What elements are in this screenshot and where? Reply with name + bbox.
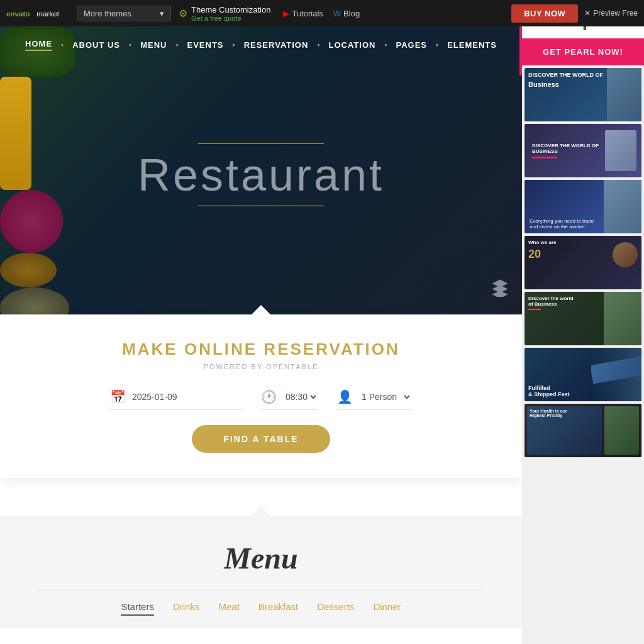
nav-home[interactable]: HOME xyxy=(25,39,52,51)
svg-text:market: market xyxy=(36,9,59,18)
nav-pages[interactable]: PAGES xyxy=(396,40,427,50)
theme-4-logo xyxy=(613,242,638,267)
date-input[interactable] xyxy=(132,392,242,402)
blog-link[interactable]: W Blog xyxy=(333,9,360,18)
youtube-icon: ▶ xyxy=(283,9,289,18)
theme-card-1[interactable]: DISCOVER THE WORLD OF Business xyxy=(525,68,641,121)
nav-diamond-7: ♦ xyxy=(436,42,438,48)
menu-tab-breakfast[interactable]: Breakfast xyxy=(258,601,298,616)
menu-tab-dinner[interactable]: Dinner xyxy=(373,601,401,616)
theme-7-content: Your Health is ourHighest Priority xyxy=(525,404,641,457)
reservation-subtitle: POWERED BY OPENTABLE xyxy=(38,363,484,370)
guests-select[interactable]: 1 Person 2 Persons 3 Persons 4 Persons xyxy=(359,391,412,402)
theme-card-7[interactable]: Your Health is ourHighest Priority xyxy=(525,404,641,457)
theme-3-image xyxy=(604,180,641,233)
right-sidebar: pearl GET PEARL NOW! DISCOVER THE WORLD … xyxy=(522,0,644,644)
layers-icon[interactable] xyxy=(491,278,509,297)
theme-3-text: Everything you need to tradeand invest o… xyxy=(530,218,594,230)
nav-reservation[interactable]: RESERVATION xyxy=(244,40,309,50)
clock-icon: 🕐 xyxy=(261,389,277,404)
person-icon: 👤 xyxy=(337,389,353,404)
tutorials-link[interactable]: ▶ Tutorials xyxy=(283,9,323,18)
nav-diamond-5: ♦ xyxy=(317,42,319,48)
main-nav: HOME ♦ ABOUT US ♦ MENU ♦ EVENTS ♦ RESERV… xyxy=(0,26,522,64)
menu-tab-drinks[interactable]: Drinks xyxy=(173,601,200,616)
theme-customization[interactable]: ⚙ Theme Customization Get a free quote xyxy=(179,5,270,22)
menu-section: Menu Starters Drinks Meat Breakfast Dess… xyxy=(0,516,522,628)
menu-tab-desserts[interactable]: Desserts xyxy=(317,601,354,616)
time-field-group: 🕐 08:30 09:00 12:00 18:00 20:00 xyxy=(261,389,318,410)
nav-menu[interactable]: MENU xyxy=(140,40,167,50)
nav-about[interactable]: ABOUT US xyxy=(72,40,120,50)
calendar-icon: 📅 xyxy=(110,389,126,404)
more-themes-dropdown[interactable]: More themes ▾ xyxy=(77,6,171,21)
theme-5-text: Discover the worldof Business xyxy=(528,296,574,310)
svg-text:envato: envato xyxy=(6,9,30,18)
top-bar-links: ▶ Tutorials W Blog xyxy=(283,9,360,18)
get-pearl-button[interactable]: GET PEARL NOW! xyxy=(522,38,644,65)
nav-location[interactable]: LOCATION xyxy=(328,40,375,50)
hero-section: HOME ♦ ABOUT US ♦ MENU ♦ EVENTS ♦ RESERV… xyxy=(0,26,522,316)
nav-diamond-4: ♦ xyxy=(233,42,235,48)
theme-5-image xyxy=(604,292,641,345)
theme-card-5[interactable]: Discover the worldof Business xyxy=(525,292,641,345)
reservation-title: MAKE ONLINE RESERVATION xyxy=(38,340,484,359)
food-overlay xyxy=(0,26,522,316)
top-bar: envato market More themes ▾ ⚙ Theme Cust… xyxy=(0,0,644,26)
gear-icon: ⚙ xyxy=(179,8,187,19)
nav-diamond-2: ♦ xyxy=(129,42,131,48)
dropdown-chevron-icon: ▾ xyxy=(160,9,164,18)
onion-decoration xyxy=(0,190,63,253)
theme-card-6[interactable]: Fulfilled& Shipped Fast xyxy=(525,348,641,401)
reservation-form: 📅 🕐 08:30 09:00 12:00 18:00 20:00 👤 1 Pe… xyxy=(38,389,484,410)
menu-tab-meat[interactable]: Meat xyxy=(218,601,239,616)
theme-6-image xyxy=(591,348,641,401)
nav-diamond-3: ♦ xyxy=(175,42,178,48)
theme-7-image xyxy=(604,406,639,455)
preview-free[interactable]: ✕ Preview Free xyxy=(584,9,638,18)
theme-2-image xyxy=(605,130,636,171)
menu-tabs: Starters Drinks Meat Breakfast Desserts … xyxy=(38,591,484,616)
nav-diamond-6: ♦ xyxy=(384,42,387,48)
nav-diamond-1: ♦ xyxy=(61,42,64,48)
spice-bowl-2-decoration xyxy=(0,287,69,316)
theme-card-2[interactable]: DISCOVER THE WORLD OF BUSINESS xyxy=(525,124,641,177)
theme-6-text: Fulfilled& Shipped Fast xyxy=(528,385,570,397)
oil-bottle-decoration xyxy=(0,77,31,190)
time-select[interactable]: 08:30 09:00 12:00 18:00 20:00 xyxy=(283,391,318,402)
more-themes-label: More themes xyxy=(84,9,131,18)
find-table-button[interactable]: FIND A TABLE xyxy=(192,425,330,453)
guests-field-group: 👤 1 Person 2 Persons 3 Persons 4 Persons xyxy=(337,389,412,410)
menu-tab-starters[interactable]: Starters xyxy=(121,601,154,616)
buy-now-button[interactable]: BUY NOW xyxy=(511,4,578,23)
menu-title: Menu xyxy=(38,541,484,575)
theme-1-image xyxy=(607,68,641,121)
reservation-section: MAKE ONLINE RESERVATION POWERED BY OPENT… xyxy=(0,314,522,478)
theme-card-3[interactable]: Everything you need to tradeand invest o… xyxy=(525,180,641,233)
theme-customization-title: Theme Customization xyxy=(191,5,270,14)
theme-card-4[interactable]: Who we are 20 xyxy=(525,236,641,289)
hero-background: HOME ♦ ABOUT US ♦ MENU ♦ EVENTS ♦ RESERV… xyxy=(0,26,522,316)
envato-logo[interactable]: envato market xyxy=(6,7,69,19)
date-field-group: 📅 xyxy=(110,389,242,410)
sidebar-themes-list: DISCOVER THE WORLD OF Business DISCOVER … xyxy=(522,65,644,460)
nav-events[interactable]: EVENTS xyxy=(187,40,224,50)
theme-2-content: DISCOVER THE WORLD OF BUSINESS xyxy=(530,140,605,161)
spice-bowl-1-decoration xyxy=(0,253,57,287)
wordpress-icon: W xyxy=(333,9,341,18)
close-icon: ✕ xyxy=(584,9,591,18)
nav-elements[interactable]: ELEMENTS xyxy=(447,40,497,50)
theme-customization-subtitle: Get a free quote xyxy=(191,14,270,22)
